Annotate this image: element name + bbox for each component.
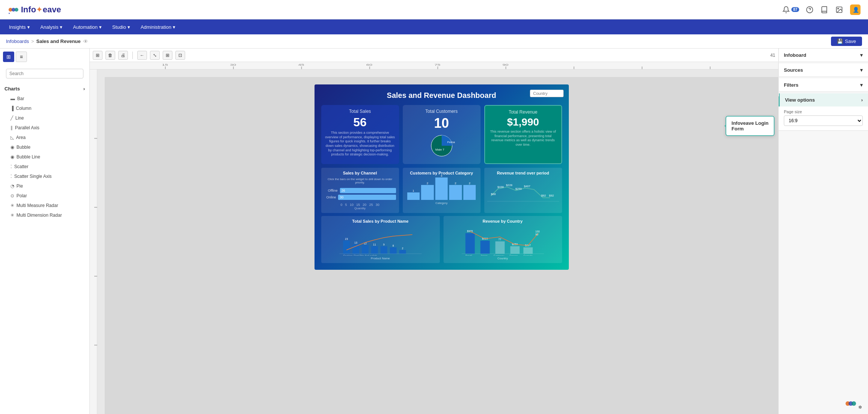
nav-insights[interactable]: Insights ▾: [4, 19, 35, 34]
toolbar-fullscreen-btn[interactable]: ⊞: [163, 51, 172, 60]
page-size-select[interactable]: 16:9 4:3 Letter A4: [784, 115, 863, 126]
svg-text:75: 75: [434, 63, 441, 67]
charts-bottom: Total Sales by Product Name 23 13 12: [321, 216, 562, 263]
chart-item-polar[interactable]: ⊙ Polar: [0, 191, 89, 201]
canvas-area: ⊞ 🗑 🖨 ← ⤡ ⊞ ⊡ 41: [90, 49, 778, 414]
svg-text:👤: 👤: [853, 7, 859, 13]
help-icon[interactable]: [806, 6, 813, 13]
toolbar-expand-btn[interactable]: ⤡: [150, 51, 160, 60]
sidebar-layers-icon[interactable]: ⊞: [3, 52, 14, 62]
dashboard-preview: Sales and Revenue Dashboard Total Sales …: [315, 84, 569, 270]
toolbar-split-btn[interactable]: ⊡: [175, 51, 185, 60]
sources-header[interactable]: Sources ▾: [779, 64, 868, 77]
dashboard-wrapper: Sales and Revenue Dashboard Total Sales …: [315, 84, 569, 270]
chart-item-multi-radar[interactable]: ✳ Multi Measure Radar: [0, 201, 89, 210]
chart-item-line[interactable]: ╱ Line: [0, 113, 89, 123]
svg-rect-53: [380, 246, 387, 254]
parallel-icon: ∥: [10, 125, 13, 130]
nav-studio[interactable]: Studio ▾: [107, 19, 135, 34]
nav-analysis[interactable]: Analysis ▾: [35, 19, 68, 34]
nav-automation[interactable]: Automation ▾: [68, 19, 107, 34]
sidebar-stack-icon[interactable]: ≡: [16, 52, 27, 62]
sidebar-top-icons: ⊞ ≡: [0, 49, 89, 64]
svg-text:45: 45: [298, 63, 304, 67]
bottom-logo-icon: [845, 398, 857, 410]
svg-rect-67: [495, 241, 504, 254]
kpi-total-revenue: Total Revenue $1,990 This revenue sectio…: [484, 105, 562, 164]
svg-text:9: 9: [383, 243, 384, 246]
bar-offline: Offline 26: [324, 188, 396, 193]
image-icon[interactable]: [835, 6, 843, 13]
polar-icon: ⊙: [10, 193, 14, 198]
svg-text:Female 3: Female 3: [447, 140, 455, 144]
logo-text2: eave: [43, 5, 61, 15]
country-filter[interactable]: [530, 90, 564, 97]
user-icon[interactable]: 👤: [850, 4, 861, 15]
toolbar-delete-btn[interactable]: 🗑: [105, 51, 115, 60]
chart-item-area[interactable]: ◺ Area: [0, 133, 89, 142]
notification-count: 87: [791, 7, 799, 12]
chart-item-bubble[interactable]: ◉ Bubble: [0, 142, 89, 152]
bottom-icons: ✲: [845, 398, 864, 410]
nav-administration[interactable]: Administration ▾: [135, 19, 181, 34]
svg-rect-71: [523, 247, 533, 254]
chart-item-pie[interactable]: ◔ Pie: [0, 181, 89, 191]
chart-item-parallel-axis[interactable]: ∥ Parallel Axis: [0, 123, 89, 133]
svg-text:$88: $88: [491, 192, 496, 196]
notifications-icon[interactable]: 87: [782, 6, 799, 13]
svg-text:$92: $92: [541, 194, 546, 197]
customers-pie: Female 3 Male 7: [407, 133, 477, 159]
view-options-header[interactable]: View options ›: [779, 93, 868, 106]
top-icons: 87 👤: [782, 4, 861, 15]
svg-text:$407: $407: [524, 185, 530, 188]
chart-item-bubble-line[interactable]: ◉ Bubble Line: [0, 152, 89, 162]
svg-text:$438: $438: [497, 185, 503, 189]
left-sidebar: ⊞ ≡ Charts › ▬ Bar ▐ Column ╱ Line ∥: [0, 49, 90, 414]
chart-list: ▬ Bar ▐ Column ╱ Line ∥ Parallel Axis ◺ …: [0, 94, 89, 220]
chart-item-column[interactable]: ▐ Column: [0, 104, 89, 113]
chart-item-bar[interactable]: ▬ Bar: [0, 94, 89, 104]
svg-text:60: 60: [366, 63, 372, 67]
main-layout: ⊞ ≡ Charts › ▬ Bar ▐ Column ╱ Line ∥: [0, 49, 868, 414]
svg-text:Brazil: Brazil: [465, 254, 472, 256]
breadcrumb-parent[interactable]: Infoboards: [6, 38, 29, 44]
infoboard-header[interactable]: Infoboard ▾: [779, 49, 868, 62]
toolbar-print-btn[interactable]: 🖨: [118, 51, 128, 60]
svg-text:8: 8: [392, 244, 394, 247]
svg-point-83: [852, 401, 856, 406]
search-input[interactable]: [6, 69, 83, 78]
save-button[interactable]: 💾 Save: [831, 37, 862, 46]
kpi-total-sales: Total Sales 56 This section provides a c…: [321, 105, 399, 164]
library-icon[interactable]: [820, 6, 828, 13]
svg-point-2: [15, 8, 18, 12]
svg-text:✦: ✦: [8, 12, 10, 15]
svg-text:11: 11: [373, 243, 376, 246]
customers-category-chart: Customers by Product Category 1 2: [403, 168, 481, 213]
channel-axis: 051015202530: [324, 203, 396, 207]
toolbar-back-btn[interactable]: ←: [137, 51, 147, 60]
charts-toggle[interactable]: Charts ›: [0, 84, 89, 94]
bubble-icon: ◉: [10, 145, 14, 150]
chart-item-scatter-single[interactable]: ⁚ Scatter Single Axis: [0, 172, 89, 181]
ruler-horizontal: 15 30 45 60 75 90: [90, 62, 778, 69]
line-icon: ╱: [10, 115, 13, 121]
logo-suffix: ✦: [36, 5, 43, 15]
bubble-line-icon: ◉: [10, 154, 14, 160]
filters-header[interactable]: Filters ▾: [779, 78, 868, 92]
canvas-scroll[interactable]: Sales and Revenue Dashboard Total Sales …: [105, 77, 778, 414]
snowflake-icon: ✲: [858, 404, 864, 410]
revenue-country-chart: Revenue by Country $905 $819 77: [444, 216, 562, 263]
svg-rect-65: [480, 241, 490, 254]
breadcrumb-eye-icon[interactable]: 👁: [83, 38, 88, 44]
bar-icon: ▬: [10, 96, 15, 101]
svg-text:Nail polish: Nail polish: [365, 254, 377, 256]
scatter-single-icon: ⁚: [10, 174, 12, 179]
chart-item-scatter[interactable]: ⁚ Scatter: [0, 162, 89, 172]
toolbar-grid-btn[interactable]: ⊞: [93, 51, 102, 60]
svg-text:Male 7: Male 7: [435, 148, 445, 151]
chart-item-multi-dim-radar[interactable]: ✳ Multi Dimension Radar: [0, 210, 89, 220]
svg-point-7: [838, 8, 839, 9]
svg-rect-63: [465, 233, 475, 254]
total-sales-product-chart: Total Sales by Product Name 23 13 12: [321, 216, 440, 263]
column-icon: ▐: [10, 106, 14, 111]
